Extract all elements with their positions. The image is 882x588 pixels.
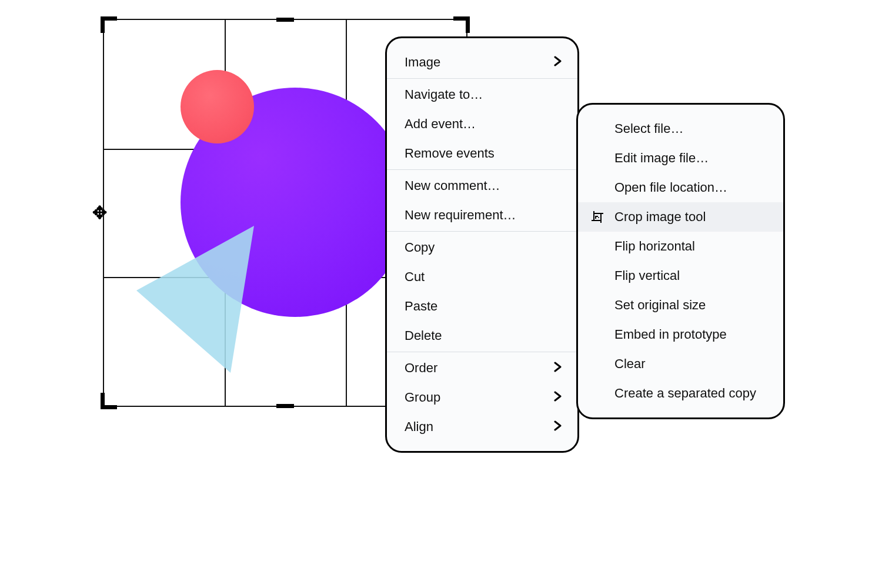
submenu-item-create-separated-copy[interactable]: Create a separated copy — [578, 379, 783, 408]
chevron-right-icon — [554, 391, 562, 404]
chevron-right-icon — [554, 362, 562, 375]
menu-item-order[interactable]: Order — [387, 353, 577, 383]
menu-item-new-requirement[interactable]: New requirement… — [387, 201, 577, 230]
submenu-item-clear[interactable]: Clear — [578, 349, 783, 379]
shape-pink-circle[interactable] — [181, 70, 254, 143]
menu-item-label: New requirement… — [405, 209, 562, 222]
context-menu: Image Navigate to… Add event… Remove eve… — [385, 36, 579, 453]
submenu-item-crop-image-tool[interactable]: Crop image tool — [578, 202, 783, 232]
menu-separator — [387, 78, 577, 79]
menu-item-label: Cut — [405, 270, 562, 283]
menu-item-label: Embed in prototype — [614, 328, 768, 341]
menu-item-label: Flip vertical — [614, 269, 768, 282]
selection-handle-top[interactable] — [276, 18, 294, 22]
submenu-item-embed-in-prototype[interactable]: Embed in prototype — [578, 320, 783, 349]
menu-item-group[interactable]: Group — [387, 383, 577, 412]
menu-item-label: Flip horizontal — [614, 240, 768, 253]
menu-item-image[interactable]: Image — [387, 48, 577, 77]
selection-handle-bottom[interactable] — [276, 404, 294, 408]
chevron-right-icon — [554, 420, 562, 433]
image-submenu: Select file… Edit image file… Open file … — [576, 103, 785, 419]
submenu-item-flip-horizontal[interactable]: Flip horizontal — [578, 232, 783, 261]
menu-item-new-comment[interactable]: New comment… — [387, 171, 577, 201]
menu-item-label: Image — [405, 56, 536, 69]
menu-item-navigate-to[interactable]: Navigate to… — [387, 80, 577, 109]
menu-item-label: Set original size — [614, 299, 768, 312]
selection-corner-bottom-left[interactable] — [101, 393, 117, 409]
svg-point-6 — [598, 217, 599, 218]
crop-image-icon — [589, 210, 606, 224]
submenu-item-open-file-location[interactable]: Open file location… — [578, 173, 783, 202]
menu-separator — [387, 352, 577, 352]
chevron-right-icon — [554, 56, 562, 69]
menu-item-add-event[interactable]: Add event… — [387, 109, 577, 139]
menu-item-label: Open file location… — [614, 181, 768, 194]
menu-item-label: Group — [405, 391, 536, 404]
menu-item-label: Paste — [405, 300, 562, 313]
menu-item-label: Create a separated copy — [614, 387, 768, 400]
menu-item-label: Navigate to… — [405, 88, 562, 101]
menu-item-label: Order — [405, 362, 536, 375]
selection-corner-top-left[interactable] — [101, 16, 117, 33]
submenu-item-edit-image-file[interactable]: Edit image file… — [578, 143, 783, 173]
move-cursor-icon: ✥ — [92, 204, 107, 222]
menu-item-label: Copy — [405, 241, 562, 254]
menu-item-label: Remove events — [405, 147, 562, 160]
menu-item-label: Select file… — [614, 122, 768, 135]
menu-item-label: Align — [405, 420, 536, 433]
menu-separator — [387, 169, 577, 170]
menu-item-label: Delete — [405, 329, 562, 342]
menu-item-label: Add event… — [405, 118, 562, 131]
menu-item-label: New comment… — [405, 179, 562, 192]
svg-marker-0 — [136, 226, 254, 373]
menu-item-copy[interactable]: Copy — [387, 233, 577, 262]
menu-item-delete[interactable]: Delete — [387, 321, 577, 350]
submenu-item-set-original-size[interactable]: Set original size — [578, 290, 783, 320]
menu-item-label: Edit image file… — [614, 152, 768, 165]
menu-item-paste[interactable]: Paste — [387, 292, 577, 321]
submenu-item-select-file[interactable]: Select file… — [578, 114, 783, 143]
menu-item-remove-events[interactable]: Remove events — [387, 139, 577, 168]
selection-corner-top-right[interactable] — [453, 16, 470, 33]
menu-item-label: Crop image tool — [614, 211, 768, 223]
menu-item-cut[interactable]: Cut — [387, 262, 577, 292]
submenu-item-flip-vertical[interactable]: Flip vertical — [578, 261, 783, 290]
shape-blue-triangle[interactable] — [136, 226, 307, 373]
menu-separator — [387, 231, 577, 232]
menu-item-align[interactable]: Align — [387, 412, 577, 442]
menu-item-label: Clear — [614, 358, 768, 370]
